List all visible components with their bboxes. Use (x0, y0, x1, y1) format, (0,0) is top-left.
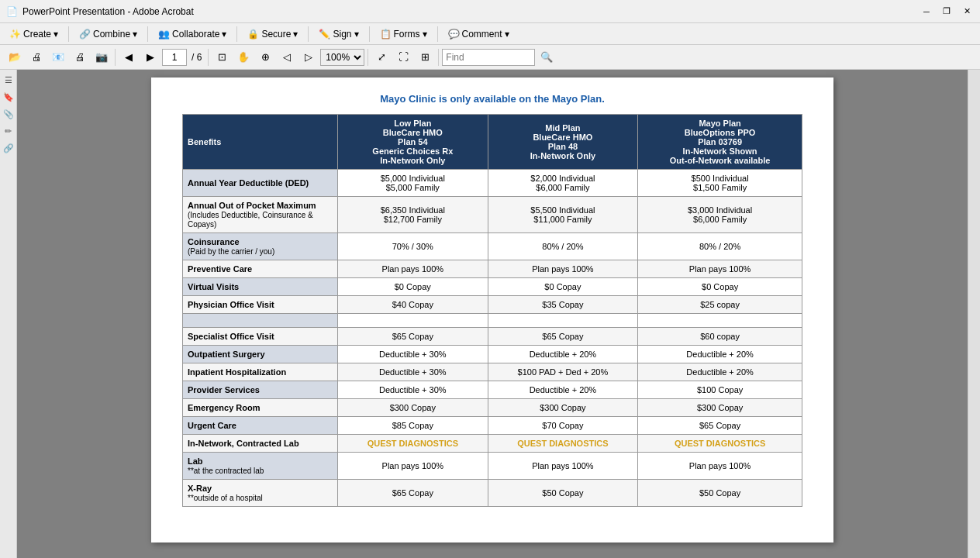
table-row: Outpatient SurgeryDeductible + 30%Deduct… (183, 346, 802, 363)
table-row: Physician Office Visit$40 Copay$35 Copay… (183, 296, 802, 314)
open-button[interactable]: 📂 (5, 47, 25, 67)
table-cell: $300 Copay (338, 399, 488, 417)
benefit-label: Outpatient Surgery (183, 346, 338, 363)
table-row: Lab**at the contracted labPlan pays 100%… (183, 453, 802, 480)
table-cell: $2,000 Individual$6,000 Family (488, 170, 638, 197)
table-cell: $300 Copay (638, 399, 802, 417)
menu-separator-6 (437, 26, 438, 42)
benefit-label: Provider Services (183, 381, 338, 399)
table-cell: $5,000 Individual$5,000 Family (338, 170, 488, 197)
secure-arrow: ▾ (293, 29, 298, 40)
benefit-label: Physician Office Visit (183, 296, 338, 314)
table-cell: $0 Copay (338, 278, 488, 296)
benefit-label: X-Ray**outside of a hospital (183, 480, 338, 507)
menu-bar: ✨ Create ▾ 🔗 Combine ▾ 👥 Collaborate ▾ 🔒… (0, 23, 980, 45)
table-cell: Plan pays 100% (488, 260, 638, 278)
table-cell: $50 Copay (638, 480, 802, 507)
table-cell: Plan pays 100% (638, 260, 802, 278)
table-cell: Plan pays 100% (338, 453, 488, 480)
window-title: PowerPoint Presentation - Adobe Acrobat (22, 6, 194, 17)
table-cell: Deductible + 30% (338, 381, 488, 399)
benefit-label: Coinsurance(Paid by the carrier / you) (183, 233, 338, 260)
collaborate-arrow: ▾ (222, 29, 226, 40)
create-arrow: ▾ (53, 29, 58, 40)
table-cell: $100 Copay (638, 381, 802, 399)
menu-collaborate[interactable]: 👥 Collaborate ▾ (152, 26, 233, 43)
secure-icon: 🔒 (247, 29, 259, 40)
fit-page-button[interactable]: ⊡ (212, 47, 232, 67)
sidebar-icon-4[interactable]: ✏ (2, 124, 16, 138)
table-cell: Deductible + 20% (488, 346, 638, 363)
document-page: Mayo Clinic is only available on the May… (151, 78, 833, 542)
table-cell: $500 Individual$1,500 Family (638, 170, 802, 197)
sidebar-icon-1[interactable]: ☰ (2, 73, 16, 87)
page-number-input[interactable] (162, 49, 187, 66)
menu-sign[interactable]: ✏️ Sign ▾ (312, 26, 364, 43)
minimize-button[interactable]: ─ (920, 5, 933, 19)
benefit-label: Specialist Office Visit (183, 328, 338, 346)
menu-comment[interactable]: 💬 Comment ▾ (442, 26, 516, 43)
sidebar-icon-3[interactable]: 📎 (2, 107, 16, 121)
table-cell: $85 Copay (338, 417, 488, 435)
snapshot-button[interactable]: 📷 (91, 47, 112, 67)
create-icon: ✨ (9, 29, 21, 40)
table-cell: $50 Copay (488, 480, 638, 507)
zoom-select[interactable]: 100% (320, 49, 364, 66)
prev-page-button[interactable]: ◀ (119, 47, 139, 67)
table-body: Annual Year Deductible (DED)$5,000 Indiv… (183, 170, 802, 507)
scrollbar[interactable] (968, 70, 980, 558)
table-row: Inpatient HospitalizationDeductible + 30… (183, 363, 802, 381)
email-button[interactable]: 📧 (48, 47, 68, 67)
full-screen-button[interactable]: ⛶ (393, 47, 413, 67)
benefit-label: Preventive Care (183, 260, 338, 278)
menu-forms[interactable]: 📋 Forms ▾ (374, 26, 433, 43)
table-row: Provider ServicesDeductible + 30%Deducti… (183, 381, 802, 399)
fit-width-button[interactable]: ⤢ (371, 47, 392, 67)
next-view-button[interactable]: ▷ (298, 47, 319, 67)
table-cell: Deductible + 20% (488, 381, 638, 399)
benefit-label: Inpatient Hospitalization (183, 363, 338, 381)
table-row: Annual Out of Pocket Maximum(Includes De… (183, 197, 802, 233)
table-cell: $25 copay (638, 296, 802, 314)
table-cell: $70 Copay (488, 417, 638, 435)
toolbar-sep-1 (115, 49, 116, 66)
benefits-col-header: Benefits (183, 115, 338, 170)
sidebar-icon-5[interactable]: 🔗 (2, 141, 16, 155)
table-cell: $60 copay (638, 328, 802, 346)
comment-arrow: ▾ (505, 29, 509, 40)
table-cell: $6,350 Individual$12,700 Family (338, 197, 488, 233)
toolbar-sep-2 (208, 49, 209, 66)
table-cell: Deductible + 20% (638, 346, 802, 363)
split-button[interactable]: ⊞ (415, 47, 435, 67)
print2-button[interactable]: 🖨 (70, 47, 90, 67)
table-cell: Plan pays 100% (338, 260, 488, 278)
table-cell: QUEST DIAGNOSTICS (638, 435, 802, 453)
table-row: Coinsurance(Paid by the carrier / you)70… (183, 233, 802, 260)
hand-tool-button[interactable]: ✋ (233, 47, 254, 67)
col1-header: Low Plan BlueCare HMO Plan 54 Generic Ch… (338, 115, 488, 170)
print-button[interactable]: 🖨 (26, 47, 47, 67)
menu-separator-5 (369, 26, 370, 42)
benefit-label: Urgent Care (183, 417, 338, 435)
find-go-button[interactable]: 🔍 (537, 47, 557, 67)
next-page-button[interactable]: ▶ (140, 47, 160, 67)
benefits-table: Benefits Low Plan BlueCare HMO Plan 54 G… (182, 114, 802, 507)
combine-icon: 🔗 (79, 29, 91, 40)
prev-view-button[interactable]: ◁ (277, 47, 297, 67)
select-tool-button[interactable]: ⊕ (255, 47, 275, 67)
collaborate-icon: 👥 (158, 29, 170, 40)
col2-header: Mid Plan BlueCare HMO Plan 48 In-Network… (488, 115, 638, 170)
main-area: ☰ 🔖 📎 ✏ 🔗 Mayo Clinic is only available … (0, 70, 980, 558)
table-cell: $3,000 Individual$6,000 Family (638, 197, 802, 233)
forms-arrow: ▾ (423, 29, 427, 40)
menu-create[interactable]: ✨ Create ▾ (3, 26, 64, 43)
table-cell: Plan pays 100% (638, 453, 802, 480)
table-cell: $0 Copay (638, 278, 802, 296)
find-input[interactable] (442, 49, 535, 66)
benefit-label: In-Network, Contracted Lab (183, 435, 338, 453)
menu-combine[interactable]: 🔗 Combine ▾ (73, 26, 143, 43)
restore-button[interactable]: ❐ (940, 5, 954, 19)
close-button[interactable]: ✕ (960, 5, 974, 19)
menu-secure[interactable]: 🔒 Secure ▾ (241, 26, 304, 43)
sidebar-icon-2[interactable]: 🔖 (2, 90, 16, 104)
